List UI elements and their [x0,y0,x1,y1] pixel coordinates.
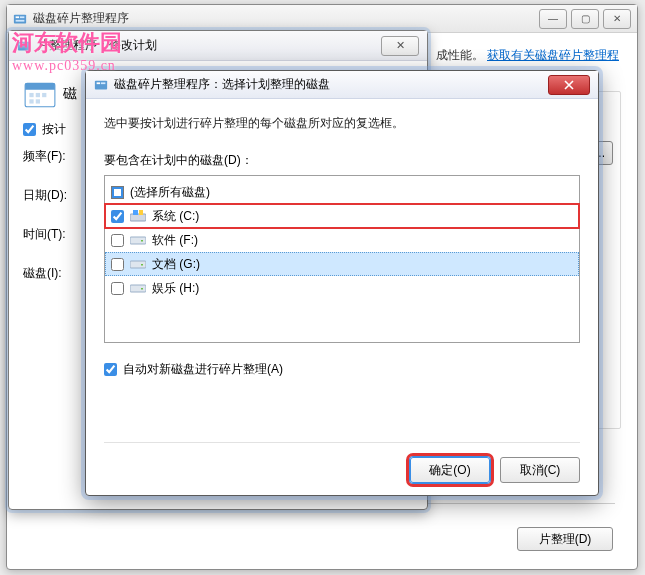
svg-rect-19 [130,237,146,244]
svg-rect-0 [14,14,26,23]
svg-rect-13 [95,80,107,89]
svg-rect-24 [141,288,143,290]
select-disks-dialog: 磁盘碎片整理程序：选择计划整理的磁盘 选中要按计划进行碎片整理的每个磁盘所对应的… [85,70,599,496]
hdd-icon [130,234,146,246]
window-controls: — ▢ ✕ [539,9,631,29]
disk-label: 文档 (G:) [152,256,200,273]
hdd-icon [130,258,146,270]
dialog-title: 磁盘碎片整理程序：选择计划整理的磁盘 [114,76,330,93]
svg-rect-17 [133,210,138,215]
close-button[interactable]: ✕ [381,36,419,56]
svg-rect-4 [18,41,30,50]
maximize-button[interactable]: ▢ [571,9,599,29]
close-icon [563,79,575,91]
disk-checkbox[interactable] [111,210,124,223]
select-all-row[interactable]: (选择所有磁盘) [105,180,579,204]
svg-rect-15 [101,82,105,84]
disk-checkbox[interactable] [111,258,124,271]
defrag-icon [94,78,108,92]
ok-button[interactable]: 确定(O) [410,457,490,483]
auto-defrag-row: 自动对新磁盘进行碎片整理(A) [104,361,580,378]
auto-defrag-checkbox[interactable] [104,363,117,376]
svg-rect-16 [130,214,146,221]
svg-rect-18 [139,210,143,215]
svg-rect-11 [29,99,33,103]
titlebar: 片整理程序：修改计划 ✕ [9,31,427,61]
disk-row-entertainment[interactable]: 娱乐 (H:) [105,276,579,300]
frequency-label: 频率(F): [23,148,75,165]
time-label: 时间(T): [23,226,75,243]
header-text-partial: 成性能。 获取有关磁盘碎片整理程 [436,47,619,64]
dialog-body: 选中要按计划进行碎片整理的每个磁盘所对应的复选框。 要包含在计划中的磁盘(D)：… [86,99,598,495]
hdd-icon [130,282,146,294]
help-link[interactable]: 获取有关磁盘碎片整理程 [487,48,619,62]
instruction-text: 选中要按计划进行碎片整理的每个磁盘所对应的复选框。 [104,115,580,132]
disk-checkbox[interactable] [111,282,124,295]
auto-defrag-label: 自动对新磁盘进行碎片整理(A) [123,361,283,378]
disk-row-documents[interactable]: 文档 (G:) [105,252,579,276]
disk-label: 软件 (F:) [152,232,198,249]
svg-rect-1 [16,16,20,18]
svg-rect-21 [130,261,146,268]
select-all-label: (选择所有磁盘) [130,184,210,201]
svg-rect-23 [130,285,146,292]
svg-rect-5 [20,43,24,45]
disk-row-system[interactable]: 系统 (C:) [105,204,579,228]
cancel-button[interactable]: 取消(C) [500,457,580,483]
disk-row-software[interactable]: 软件 (F:) [105,228,579,252]
window-title: 磁盘碎片整理程序 [33,10,129,27]
disk-label: 系统 (C:) [152,208,199,225]
svg-rect-8 [29,93,33,97]
svg-rect-12 [36,99,40,103]
svg-rect-20 [141,240,143,242]
disk-label: 磁盘(I): [23,265,75,282]
calendar-icon [23,77,57,111]
svg-rect-3 [16,19,25,21]
header-partial: 磁 [63,85,77,103]
close-button[interactable]: ✕ [603,9,631,29]
dialog-footer: 确定(O) 取消(C) [104,442,580,483]
schedule-label-partial: 按计 [42,121,66,138]
close-button[interactable] [548,75,590,95]
titlebar: 磁盘碎片整理程序 — ▢ ✕ [7,5,637,33]
svg-rect-2 [20,16,24,18]
schedule-checkbox[interactable] [23,123,36,136]
include-label: 要包含在计划中的磁盘(D)： [104,152,580,169]
svg-rect-14 [97,82,101,84]
disk-checkbox[interactable] [111,234,124,247]
minimize-button[interactable]: — [539,9,567,29]
disk-list[interactable]: (选择所有磁盘) 系统 (C:) 软件 (F:) 文档 (G:) 娱乐 (H:) [104,175,580,343]
system-disk-icon [130,210,146,222]
svg-rect-7 [25,83,55,89]
svg-rect-22 [141,264,143,266]
select-all-checkbox[interactable] [111,186,124,199]
svg-rect-9 [36,93,40,97]
dialog-title: 片整理程序：修改计划 [37,37,157,54]
disk-label: 娱乐 (H:) [152,280,199,297]
svg-rect-10 [42,93,46,97]
titlebar[interactable]: 磁盘碎片整理程序：选择计划整理的磁盘 [86,71,598,99]
defrag-icon [17,39,31,53]
defrag-button-partial[interactable]: 片整理(D) [517,527,613,551]
day-label: 日期(D): [23,187,75,204]
defrag-icon [13,12,27,26]
